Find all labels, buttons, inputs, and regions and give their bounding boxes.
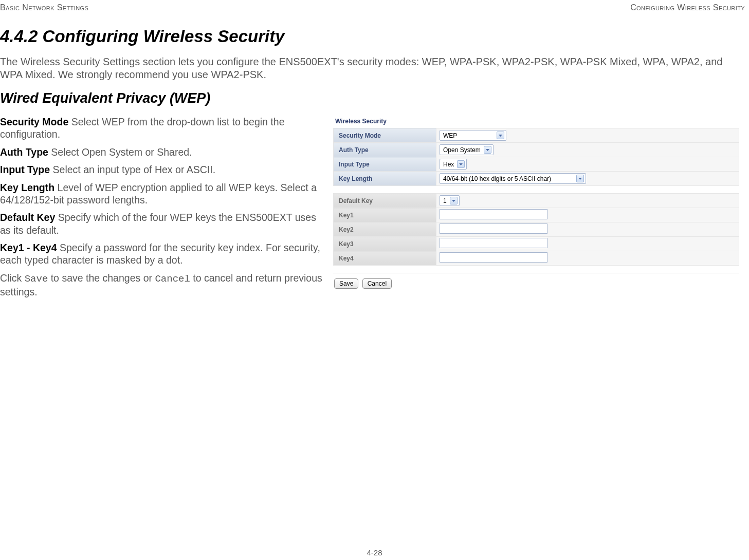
select-default-key-value: 1 xyxy=(443,197,447,204)
select-default-key[interactable]: 1 xyxy=(440,195,460,206)
input-key2[interactable] xyxy=(440,223,547,234)
row-key3: Key3 xyxy=(334,237,739,251)
term-auth-type: Auth Type xyxy=(0,146,48,158)
row-key2: Key2 xyxy=(334,222,739,237)
term-key-length: Key Length xyxy=(0,182,54,193)
definitions-column: Security Mode Select WEP from the drop-d… xyxy=(0,116,329,303)
select-key-length[interactable]: 40/64-bit (10 hex digits or 5 ASCII char… xyxy=(440,173,586,184)
settings-table: Security Mode WEP Auth Type Open System xyxy=(333,128,739,186)
input-key3[interactable] xyxy=(440,238,547,248)
select-security-mode-value: WEP xyxy=(443,132,494,139)
term-security-mode: Security Mode xyxy=(0,116,68,127)
select-input-type-value: Hex xyxy=(443,161,454,168)
row-security-mode: Security Mode WEP xyxy=(334,128,739,143)
wireless-security-panel: Wireless Security Security Mode WEP Auth… xyxy=(333,116,739,289)
input-key4[interactable] xyxy=(440,252,547,263)
desc-input-type: Select an input type of Hex or ASCII. xyxy=(50,164,215,175)
label-key-length: Key Length xyxy=(334,172,436,186)
label-key3: Key3 xyxy=(334,237,436,251)
button-row: Save Cancel xyxy=(333,278,739,289)
intro-paragraph: The Wireless Security Settings section l… xyxy=(0,55,735,81)
header-left: Basic Network Settings xyxy=(0,3,88,12)
page-number: 4-28 xyxy=(0,548,749,557)
row-key-length: Key Length 40/64-bit (10 hex digits or 5… xyxy=(334,172,739,186)
section-heading-wep: Wired Equivalent Privacy (WEP) xyxy=(0,90,749,106)
label-auth-type: Auth Type xyxy=(334,143,436,157)
select-input-type[interactable]: Hex xyxy=(440,159,467,170)
header-right: Configuring Wireless Security xyxy=(630,3,745,12)
select-security-mode[interactable]: WEP xyxy=(440,130,506,141)
select-auth-type[interactable]: Open System xyxy=(440,144,494,155)
row-key4: Key4 xyxy=(334,251,739,266)
term-input-type: Input Type xyxy=(0,164,50,175)
term-default-key: Default Key xyxy=(0,212,55,223)
row-auth-type: Auth Type Open System xyxy=(334,143,739,157)
save-code: Save xyxy=(25,273,48,285)
row-key1: Key1 xyxy=(334,208,739,222)
label-key1: Key1 xyxy=(334,208,436,222)
save-line-p2: to save the changes or xyxy=(48,272,155,284)
chevron-down-icon xyxy=(450,197,458,204)
label-input-type: Input Type xyxy=(334,157,436,172)
chevron-down-icon xyxy=(457,160,465,168)
divider xyxy=(333,273,739,273)
page-title: 4.4.2 Configuring Wireless Security xyxy=(0,27,749,46)
select-key-length-value: 40/64-bit (10 hex digits or 5 ASCII char… xyxy=(443,175,573,182)
cancel-button[interactable]: Cancel xyxy=(362,278,392,289)
chevron-down-icon xyxy=(484,146,491,154)
label-key4: Key4 xyxy=(334,251,436,266)
term-keys: Key1 - Key4 xyxy=(0,242,57,253)
cancel-code: Cancel xyxy=(155,273,190,285)
chevron-down-icon xyxy=(497,132,504,139)
input-key1[interactable] xyxy=(440,209,547,219)
row-default-key: Default Key 1 xyxy=(334,194,739,208)
keys-table: Default Key 1 Key1 Key2 Key3 xyxy=(333,193,739,266)
panel-title: Wireless Security xyxy=(333,116,739,128)
save-line-p1: Click xyxy=(0,272,25,284)
select-auth-type-value: Open System xyxy=(443,146,481,154)
desc-auth-type: Select Open System or Shared. xyxy=(48,146,192,158)
label-default-key: Default Key xyxy=(334,194,436,208)
label-security-mode: Security Mode xyxy=(334,128,436,143)
chevron-down-icon xyxy=(576,175,584,182)
save-button[interactable]: Save xyxy=(334,278,358,289)
label-key2: Key2 xyxy=(334,222,436,237)
row-input-type: Input Type Hex xyxy=(334,157,739,172)
